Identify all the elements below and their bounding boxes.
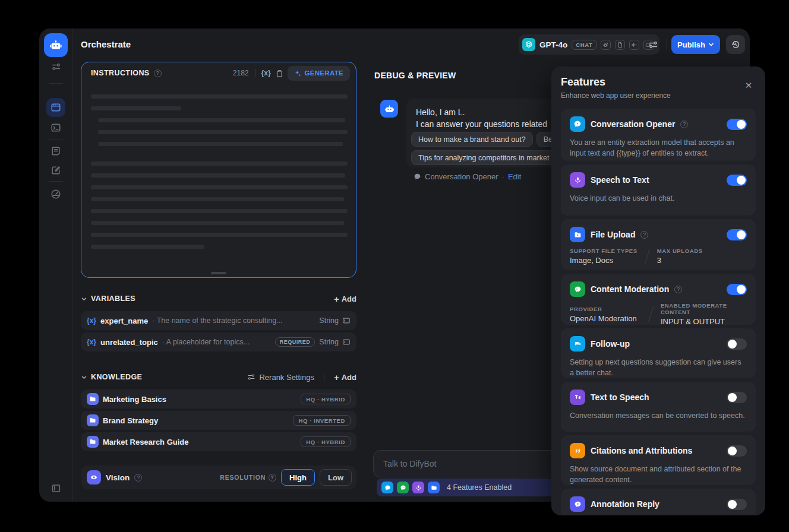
feature-name: Conversation Opener [591,119,675,129]
text-to-speech-toggle[interactable] [727,392,747,403]
instructions-header: INSTRUCTIONS ? 2182 {x} GENERATE [81,62,356,84]
add-variable-button[interactable]: +Add [334,294,356,304]
insert-variable-icon[interactable]: {x} [261,69,271,77]
knowledge-badge: HQ · HYBRID [301,436,351,447]
collapse-sidebar-icon[interactable] [46,479,65,498]
file-upload-icon [570,227,585,242]
feature-description: You are an entity extraction model that … [570,137,747,159]
dataset-folder-icon [87,393,99,405]
conversation-opener-icon [570,116,585,132]
speech-to-text-toggle[interactable] [727,175,747,186]
add-knowledge-button[interactable]: +Add [334,372,356,382]
knowledge-row[interactable]: Brand Strategy HQ · INVERTED [81,411,356,430]
info-icon[interactable]: ? [674,286,682,293]
app-logo-robot[interactable] [44,33,68,57]
generate-label: GENERATE [305,69,343,77]
info-icon[interactable]: ? [269,474,276,482]
instructions-label: INSTRUCTIONS [91,69,150,77]
info-icon[interactable]: ? [680,121,688,128]
variable-description: The name of the strategic consulting... [152,316,282,325]
conversation-opener-toggle[interactable] [727,119,747,130]
dataset-folder-icon [87,414,99,426]
feature-name: Content Moderation [591,284,669,294]
publish-button[interactable]: Publish [671,35,720,54]
separator-dot: · [502,172,504,181]
skeleton-text-line [98,130,348,134]
suggested-question-chip[interactable]: How to make a brand stand out? [411,132,533,147]
annotation-reply-toggle[interactable] [727,499,747,510]
generate-button[interactable]: GENERATE [288,66,350,81]
add-label: Add [342,294,356,303]
field-divider [645,249,650,264]
edit-opener-button[interactable]: Edit [508,172,521,181]
speech-to-text-icon [570,172,585,188]
feature-name: Annotation Reply [591,499,659,509]
resolution-low-button[interactable]: Low [320,469,352,486]
field-divider [648,307,654,322]
skeleton-text-line [91,197,344,201]
sidebar-item-orchestrate[interactable] [46,98,65,117]
model-mode-badge: CHAT [572,40,597,50]
feature-description: Voice input can be used in chat. [570,193,747,204]
model-selector[interactable]: GPT-4o CHAT [519,34,659,55]
sidebar-item-monitoring[interactable] [46,185,65,204]
info-icon[interactable]: ? [134,474,142,482]
content-moderation-toggle[interactable] [727,284,747,295]
rerank-label: Rerank Settings [259,373,314,382]
input-field-icon[interactable] [342,338,351,346]
file-upload-icon [428,482,440,493]
resolution-high-button[interactable]: High [281,469,315,486]
knowledge-row[interactable]: Marketing Basics HQ · HYBRID [81,390,356,408]
citations-toggle[interactable] [727,445,747,457]
rerank-settings-button[interactable]: Rerank Settings [247,373,314,382]
resolution-label: RESOLUTION ? [220,474,276,482]
features-panel: Features Enhance web app user experience… [551,66,765,515]
chevron-down-icon[interactable] [81,296,87,302]
model-parameters-icon[interactable] [643,35,662,54]
sidebar-item-logs[interactable] [46,142,65,161]
dataset-folder-icon [87,436,99,448]
close-icon[interactable]: ✕ [741,78,756,93]
feature-name: Speech to Text [591,175,649,185]
resize-handle[interactable] [211,272,226,274]
variable-type-label: String [319,316,339,325]
skeleton-text-line [91,94,348,99]
input-field-icon[interactable] [342,316,351,325]
feature-field: MAX UPLOADS 3 [657,248,703,265]
knowledge-label: KNOWLEDGE [91,373,142,381]
rerank-icon [247,373,255,381]
chevron-down-icon[interactable] [81,374,87,381]
audio-icon [629,40,639,50]
copy-icon[interactable] [275,69,283,78]
feature-card-file-upload: File Upload ? SUPPORT FILE TYPES Image, … [561,219,756,270]
conversation-opener-icon [381,482,393,493]
info-icon[interactable]: ? [154,69,162,77]
field-label: ENABLED MODERATE CONTENT [661,302,747,315]
preferences-sliders-icon[interactable] [46,57,65,76]
variable-token-icon: {x} [87,338,96,346]
sidebar-divider [49,181,63,182]
file-upload-toggle[interactable] [727,229,747,240]
sidebar-item-terminal[interactable] [46,118,65,137]
info-icon[interactable]: ? [640,231,648,239]
skeleton-text-line [91,173,345,178]
knowledge-name: Market Research Guide [103,438,189,446]
add-label: Add [342,373,356,382]
sidebar-item-annotations[interactable] [46,161,65,180]
instructions-panel[interactable]: INSTRUCTIONS ? 2182 {x} GENERATE [81,62,356,278]
history-button[interactable] [726,35,745,54]
knowledge-row[interactable]: Market Research Guide HQ · HYBRID [81,432,356,451]
header-divider [255,69,255,77]
feature-card-content-moderation: Content Moderation ? PROVIDER OpenAI Mod… [561,274,756,325]
variable-type: String [319,338,351,346]
field-label: PROVIDER [570,306,641,312]
feature-name: Citations and Attributions [591,446,692,455]
variable-row[interactable]: {x} unrelated_topic A placeholder for to… [81,332,356,352]
suggested-question-chip[interactable]: Tips for analyzing competitors in market [411,150,556,165]
resolution-text: RESOLUTION [220,474,266,481]
feature-name: Text to Speech [591,392,649,402]
skeleton-text-line [91,106,181,110]
bot-avatar [380,100,398,118]
follow-up-toggle[interactable] [727,338,747,350]
variable-row[interactable]: {x} expert_name The name of the strategi… [81,311,356,330]
